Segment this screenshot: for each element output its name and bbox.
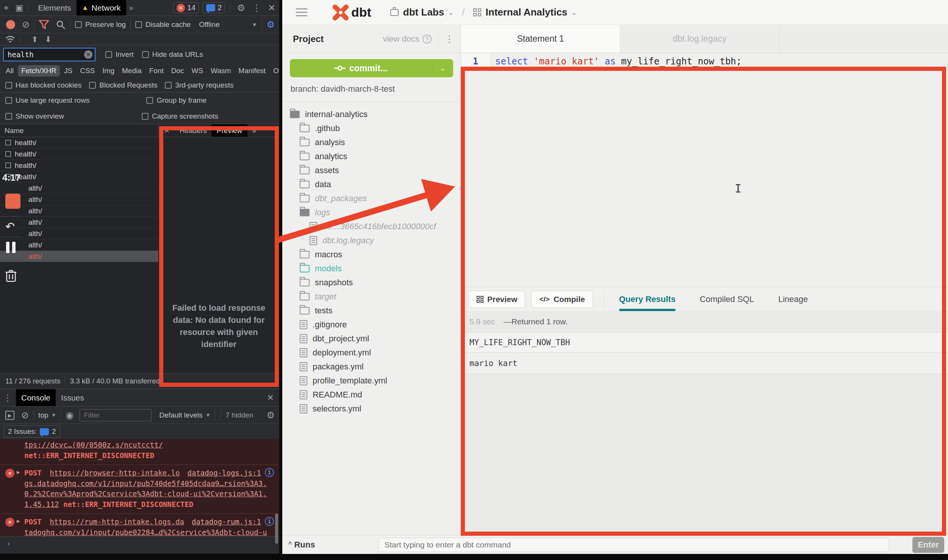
runs-label[interactable]: Runs <box>294 540 315 550</box>
project-chevron-icon[interactable]: ⌄ <box>571 8 577 17</box>
tree-item[interactable]: assets <box>282 163 461 177</box>
console-scrollbar[interactable] <box>275 513 278 544</box>
expand-caret-icon[interactable]: ▶ <box>17 468 20 477</box>
view-docs-link[interactable]: view docs <box>383 34 419 44</box>
request-row[interactable]: alth/ <box>0 217 158 228</box>
third-party-checkbox[interactable] <box>165 82 172 89</box>
commit-button[interactable]: commit... ⌄ <box>290 59 453 77</box>
tree-item[interactable]: analytics <box>282 149 461 163</box>
issue-count-badge[interactable]: 2 <box>203 2 225 13</box>
show-overview-checkbox[interactable] <box>5 113 12 120</box>
close-detail-icon[interactable]: ✕ <box>164 126 170 135</box>
request-row[interactable]: alth/ <box>0 228 158 239</box>
error-count-badge[interactable]: ✕ 14 <box>173 2 199 13</box>
preserve-log-checkbox[interactable] <box>75 21 82 28</box>
request-row[interactable]: alth/ <box>0 183 158 194</box>
stop-recording-button[interactable] <box>5 194 20 209</box>
settings-gear-icon[interactable]: ⚙ <box>237 3 245 13</box>
kebab-menu-icon[interactable]: ⋮ <box>252 3 261 13</box>
console-sidebar-icon[interactable]: ▶ <box>5 411 14 420</box>
tree-item[interactable]: data <box>282 177 461 191</box>
filter-pill-fetchxhr[interactable]: Fetch/XHR <box>18 65 60 77</box>
tab-compiled-sql[interactable]: Compiled SQL <box>700 294 754 304</box>
console-filter-input[interactable] <box>80 409 152 421</box>
clear-icon[interactable]: ⊘ <box>22 19 30 30</box>
log-levels-select[interactable]: Default levels <box>159 411 202 419</box>
project-kebab-icon[interactable]: ⋮ <box>438 31 461 47</box>
tree-item[interactable]: packages.yml <box>282 360 461 374</box>
tree-item[interactable]: deployment.yml <box>282 346 461 360</box>
tree-item[interactable]: internal-analytics <box>282 107 461 121</box>
record-icon[interactable] <box>6 20 15 29</box>
network-conditions-icon[interactable] <box>5 35 15 44</box>
close-console-icon[interactable]: ✕ <box>267 393 274 403</box>
hamburger-menu-icon[interactable] <box>296 8 307 16</box>
tab-network[interactable]: ▲ Network <box>77 0 126 16</box>
blocked-requests-checkbox[interactable] <box>89 82 96 89</box>
org-chevron-icon[interactable]: ⌄ <box>448 8 454 17</box>
filter-pill-manifest[interactable]: Manifest <box>235 65 269 77</box>
filter-pill-js[interactable]: JS <box>61 65 76 77</box>
request-row[interactable]: alth/ <box>0 194 158 205</box>
tab-elements[interactable]: Elements <box>33 0 77 16</box>
request-row[interactable]: alth/ <box>0 239 158 251</box>
tab-console[interactable]: Console <box>16 389 56 406</box>
tab-query-results[interactable]: Query Results <box>619 287 676 311</box>
throttling-select[interactable]: Offline <box>199 20 220 29</box>
tree-item[interactable]: dbt.log.legacy <box>282 233 461 247</box>
filter-pill-img[interactable]: Img <box>99 65 118 77</box>
tree-item[interactable]: .nf…3665c416bfecb1000000cf <box>282 219 461 233</box>
tree-item[interactable]: .gitignore <box>282 318 461 332</box>
close-devtools-icon[interactable]: ✕ <box>268 3 275 13</box>
tree-item[interactable]: dbt_packages <box>282 191 461 205</box>
filter-funnel-icon[interactable] <box>39 20 49 29</box>
tree-item[interactable]: analysis <box>282 135 461 149</box>
network-filter-input[interactable] <box>3 48 95 61</box>
pause-recording-button[interactable] <box>0 242 23 253</box>
filter-pill-font[interactable]: Font <box>146 65 167 77</box>
capture-screenshots-checkbox[interactable] <box>142 113 149 120</box>
network-settings-gear-icon[interactable]: ⚙ <box>266 19 275 30</box>
filter-pill-css[interactable]: CSS <box>77 65 98 77</box>
tree-item[interactable]: target <box>282 289 461 303</box>
tree-item[interactable]: snapshots <box>282 275 461 289</box>
result-row[interactable]: mario kart <box>461 353 948 374</box>
tree-item-models[interactable]: models <box>282 261 461 275</box>
request-row[interactable]: health/ <box>0 160 158 171</box>
has-blocked-cookies-checkbox[interactable] <box>5 82 12 89</box>
console-error-entry[interactable]: tps://dcvc…(00/0500z.s/ncutcctt/ net::ER… <box>0 439 279 465</box>
tab-dbt-log-legacy[interactable]: dbt.log.legacy <box>620 25 779 53</box>
disable-cache-checkbox[interactable] <box>135 21 142 28</box>
name-column-header[interactable]: Name <box>0 124 158 137</box>
expand-caret-icon[interactable]: ▶ <box>17 517 20 526</box>
group-by-frame-checkbox[interactable] <box>146 97 153 104</box>
error-source-link[interactable]: datadog-rum.js:1 <box>192 517 261 527</box>
runs-chevron-icon[interactable]: ^ <box>288 540 292 549</box>
console-settings-gear-icon[interactable]: ⚙ <box>266 410 275 421</box>
filter-pill-media[interactable]: Media <box>119 65 145 77</box>
clear-console-icon[interactable]: ⊘ <box>21 410 29 421</box>
enter-button[interactable]: Enter <box>912 537 944 553</box>
dbt-command-input[interactable] <box>379 538 889 552</box>
tree-item[interactable]: tests <box>282 303 461 318</box>
tab-headers[interactable]: Headers <box>175 127 211 135</box>
export-har-icon[interactable]: ⬇ <box>45 35 52 44</box>
commit-dropdown-chevron-icon[interactable]: ⌄ <box>432 59 453 77</box>
more-tabs-icon[interactable]: » <box>129 3 133 12</box>
error-url-link[interactable]: tps://dcvc…(00/0500z.s/ncutcctt/ <box>24 441 163 449</box>
request-row[interactable]: health/ <box>0 171 158 183</box>
tree-item[interactable]: README.md <box>282 388 461 402</box>
throttling-chevron-icon[interactable]: ▼ <box>252 22 257 28</box>
tree-item[interactable]: dbt_project.yml <box>282 332 461 346</box>
tab-preview[interactable]: Preview <box>211 124 248 137</box>
filter-pill-doc[interactable]: Doc <box>168 65 188 77</box>
compile-button[interactable]: </> Compile <box>531 291 593 308</box>
import-har-icon[interactable]: ⬆ <box>31 35 38 44</box>
request-row[interactable]: alth/ <box>0 205 158 217</box>
console-context-select[interactable]: top <box>38 411 48 419</box>
console-error-entry[interactable]: ✕ ▶ i datadog-logs.js:1 POST https://bro… <box>0 465 279 513</box>
tab-lineage[interactable]: Lineage <box>778 294 808 304</box>
invert-checkbox[interactable] <box>105 51 112 58</box>
trash-icon[interactable] <box>5 268 17 283</box>
more-detail-tabs-icon[interactable]: » <box>252 127 256 135</box>
